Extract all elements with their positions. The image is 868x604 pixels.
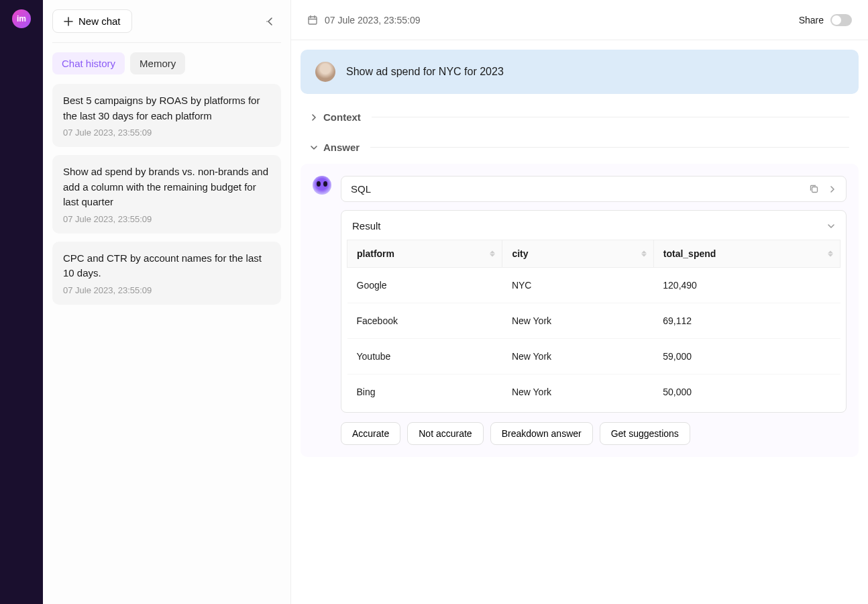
chat-history-list: Best 5 campaigns by ROAS by platforms fo… [52,84,281,305]
col-total-spend[interactable]: total_spend [653,240,840,268]
chevron-down-icon [827,222,835,230]
new-chat-label: New chat [78,15,121,27]
calendar-icon [307,15,318,26]
history-item[interactable]: CPC and CTR by account names for the las… [52,242,281,305]
history-item-time: 07 Jule 2023, 23:55:09 [63,128,270,138]
cell-platform: Google [347,268,502,303]
history-item[interactable]: Show ad spend by brands vs. non-brands a… [52,155,281,234]
history-item-title: Show ad spend by brands vs. non-brands a… [63,164,270,210]
col-city[interactable]: city [502,240,653,268]
share-toggle[interactable] [830,14,852,26]
sort-icon [641,251,647,257]
sql-row[interactable]: SQL [341,176,847,202]
history-item-time: 07 Jule 2023, 23:55:09 [63,285,270,295]
result-table: platform city total_spend Google NYC [347,240,840,409]
cell-platform: Youtube [347,339,502,374]
collapse-sidebar-button[interactable] [260,11,281,32]
feedback-row: Accurate Not accurate Breakdown answer G… [341,422,847,445]
get-suggestions-button[interactable]: Get suggestions [600,422,690,445]
not-accurate-button[interactable]: Not accurate [407,422,483,445]
content-area: Show ad spend for NYC for 2023 Context A… [291,40,868,604]
breakdown-answer-button[interactable]: Breakdown answer [490,422,593,445]
history-item-title: Best 5 campaigns by ROAS by platforms fo… [63,93,270,123]
cell-platform: Facebook [347,303,502,339]
history-item-time: 07 Jule 2023, 23:55:09 [63,214,270,224]
logo-text: im [17,14,26,23]
sql-actions [809,184,836,194]
table-row: Facebook New York 69,112 [347,303,840,339]
answer-block: SQL Re [301,164,859,457]
cell-city: New York [502,303,653,339]
cell-total-spend: 69,112 [653,303,840,339]
sidebar-tabs: Chat history Memory [52,43,281,84]
table-row: Bing New York 50,000 [347,374,840,410]
new-chat-button[interactable]: New chat [52,9,132,33]
expand-button[interactable] [828,184,836,194]
cell-platform: Bing [347,374,502,410]
arrow-left-icon [265,16,276,27]
cell-city: NYC [502,268,653,303]
prompt-text: Show ad spend for NYC for 2023 [346,66,504,78]
sort-icon [490,251,495,257]
date-text: 07 Jule 2023, 23:55:09 [325,15,420,26]
cell-total-spend: 59,000 [653,339,840,374]
col-platform[interactable]: platform [347,240,502,268]
cell-city: New York [502,374,653,410]
section-context-label: Context [323,111,361,123]
history-item[interactable]: Best 5 campaigns by ROAS by platforms fo… [52,84,281,147]
cell-total-spend: 120,490 [653,268,840,303]
cell-total-spend: 50,000 [653,374,840,410]
section-answer-label: Answer [323,142,360,153]
bot-avatar [313,176,331,195]
sidebar: New chat Chat history Memory Best 5 camp… [43,0,291,604]
result-label: Result [352,220,381,232]
tab-memory[interactable]: Memory [130,52,185,74]
result-header: Result [344,220,843,240]
table-row: Youtube New York 59,000 [347,339,840,374]
sidebar-top: New chat [52,9,281,43]
history-item-title: CPC and CTR by account names for the las… [63,251,270,281]
section-answer-toggle[interactable]: Answer [301,138,859,157]
sql-label: SQL [351,183,371,195]
svg-rect-1 [812,187,818,193]
svg-rect-0 [309,17,317,24]
copy-button[interactable] [809,184,819,194]
nav-rail: im [0,0,43,604]
sort-icon [828,251,833,257]
main-panel: 07 Jule 2023, 23:55:09 Share Show ad spe… [291,0,868,604]
share-control: Share [799,14,852,26]
copy-icon [809,184,819,194]
collapse-result-button[interactable] [827,222,835,230]
cell-city: New York [502,339,653,374]
table-row: Google NYC 120,490 [347,268,840,303]
share-label: Share [799,15,824,26]
chevron-right-icon [828,185,836,193]
user-avatar [315,62,335,82]
chevron-right-icon [310,113,318,121]
accurate-button[interactable]: Accurate [341,422,400,445]
result-box: Result platform city [341,210,847,413]
app-logo[interactable]: im [12,9,31,28]
chevron-down-icon [310,144,318,152]
plus-icon [64,17,73,26]
section-context-toggle[interactable]: Context [301,107,859,127]
topbar: 07 Jule 2023, 23:55:09 Share [291,0,868,40]
tab-chat-history[interactable]: Chat history [52,52,125,74]
topbar-date: 07 Jule 2023, 23:55:09 [307,15,420,26]
user-prompt: Show ad spend for NYC for 2023 [301,50,859,94]
